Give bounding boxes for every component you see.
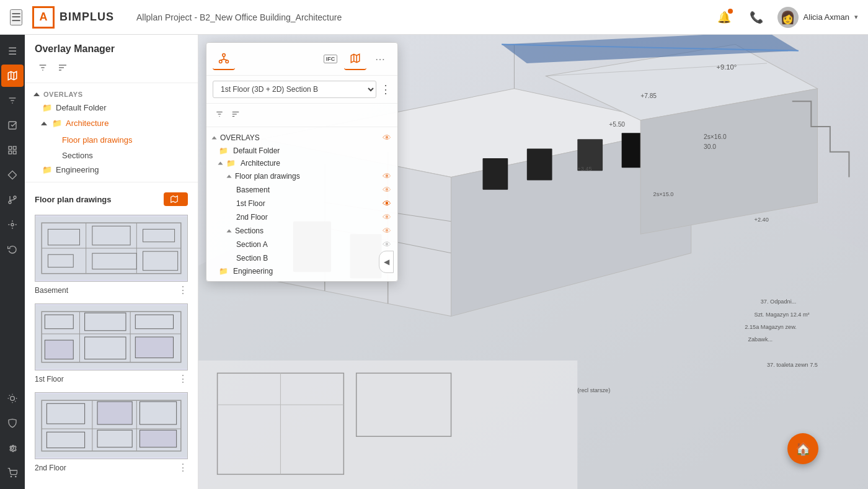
nav-layers-icon[interactable] bbox=[1, 139, 24, 161]
overlays-tree: OVERLAYS 📁 Default Folder 📁 Architecture… bbox=[25, 83, 198, 182]
nav-sun-icon[interactable] bbox=[1, 387, 24, 410]
section-a-eye-icon[interactable]: 👁 bbox=[383, 240, 391, 249]
ot-section-a-label: Section A bbox=[236, 240, 380, 249]
svg-rect-75 bbox=[527, 149, 552, 181]
nav-map-icon[interactable] bbox=[1, 65, 24, 87]
overlay-dropdown[interactable]: 1st Floor (3D + 2D) Section B bbox=[213, 81, 376, 98]
floor-plan-header: Floor plan drawings bbox=[25, 190, 198, 211]
ot-sections[interactable]: Sections 👁 bbox=[206, 224, 397, 238]
tree-default-folder[interactable]: 📁 Default Folder bbox=[25, 101, 198, 115]
nav-check-icon[interactable] bbox=[1, 114, 24, 137]
nav-cart-icon[interactable] bbox=[1, 462, 24, 484]
user-profile[interactable]: 👩 Alicia Axman ▾ bbox=[777, 7, 858, 28]
nav-branch-icon[interactable] bbox=[1, 189, 24, 211]
nav-filter-icon[interactable] bbox=[1, 89, 24, 112]
phone-icon: 📞 bbox=[750, 11, 763, 24]
ot-basement-label: Basement bbox=[236, 186, 380, 194]
first-floor-more-icon[interactable]: ⋮ bbox=[178, 373, 188, 385]
overlay-more-button[interactable]: ⋮ bbox=[380, 83, 391, 96]
left-navigation: ☰ bbox=[0, 35, 25, 489]
tree-architecture[interactable]: 📁 Architecture ⋮ bbox=[25, 115, 198, 132]
first-floor-eye-icon[interactable]: 👁 bbox=[383, 199, 391, 209]
second-floor-name: 2nd Floor ⋮ bbox=[35, 462, 188, 473]
floorplan-eye-icon[interactable]: 👁 bbox=[383, 171, 391, 181]
overlays-eye-icon[interactable]: 👁 bbox=[383, 133, 391, 143]
svg-marker-111 bbox=[351, 54, 360, 63]
ot-floor-plan-drawings[interactable]: Floor plan drawings 👁 bbox=[206, 169, 397, 183]
svg-text:+7.85: +7.85 bbox=[640, 92, 657, 99]
svg-rect-74 bbox=[482, 158, 508, 190]
user-name: Alicia Axman bbox=[804, 12, 849, 22]
svg-marker-0 bbox=[8, 71, 17, 80]
nav-tools-icon[interactable] bbox=[1, 213, 24, 236]
sidebar-filter-button[interactable] bbox=[35, 61, 51, 76]
basement-thumbnail bbox=[35, 215, 188, 282]
sidebar-header: Overlay Manager bbox=[25, 35, 198, 61]
topbar-actions: 🔔 📞 👩 Alicia Axman ▾ bbox=[713, 6, 858, 29]
svg-rect-10 bbox=[13, 151, 16, 154]
svg-rect-9 bbox=[9, 151, 12, 154]
overlay-tab-map[interactable] bbox=[344, 48, 366, 70]
overlay-tab-structure[interactable] bbox=[213, 48, 235, 70]
svg-point-23 bbox=[11, 476, 11, 477]
svg-rect-8 bbox=[13, 146, 16, 150]
architecture-subtree: Floor plan drawings ⋮ Sections bbox=[25, 132, 198, 163]
ot-first-floor[interactable]: 1st Floor 👁 bbox=[206, 197, 397, 210]
svg-text:2.15a Magazyn zew.: 2.15a Magazyn zew. bbox=[745, 324, 796, 330]
svg-line-18 bbox=[9, 395, 10, 396]
ot-basement[interactable]: Basement 👁 bbox=[206, 183, 397, 197]
collapse-button[interactable]: ◀ bbox=[379, 251, 394, 273]
ot-section-a[interactable]: Section A 👁 bbox=[206, 238, 397, 251]
tree-floor-plan-drawings[interactable]: Floor plan drawings ⋮ bbox=[35, 132, 198, 148]
basement-more-icon[interactable]: ⋮ bbox=[178, 284, 188, 296]
home-button[interactable]: 🏠 bbox=[787, 433, 818, 464]
overlay-panel-header: IFC ⋯ bbox=[206, 43, 397, 76]
ot-overlays-header[interactable]: OVERLAYS 👁 bbox=[206, 131, 397, 145]
ot-second-floor[interactable]: 2nd Floor 👁 bbox=[206, 210, 397, 224]
overlay-sort-button[interactable] bbox=[229, 107, 242, 123]
svg-point-14 bbox=[11, 223, 14, 226]
overlay-filter-button[interactable] bbox=[213, 107, 226, 123]
svg-text:+9.10°: +9.10° bbox=[716, 63, 737, 71]
ifc-icon: IFC bbox=[324, 55, 338, 63]
ot-floor-plan-label: Floor plan drawings bbox=[235, 172, 380, 181]
ot-default-folder[interactable]: 📁 Default Folder bbox=[206, 145, 397, 157]
phone-button[interactable]: 📞 bbox=[745, 6, 768, 29]
svg-point-22 bbox=[11, 447, 14, 449]
ot-section-b[interactable]: Section B 👁 bbox=[206, 251, 397, 265]
svg-text:Szt. Magazyn 12.4 m²: Szt. Magazyn 12.4 m² bbox=[755, 312, 810, 318]
second-floor-eye-icon[interactable]: 👁 bbox=[383, 212, 391, 222]
basement-eye-icon[interactable]: 👁 bbox=[383, 185, 391, 195]
ot-architecture[interactable]: 📁 Architecture bbox=[206, 157, 397, 169]
notification-button[interactable]: 🔔 bbox=[713, 6, 735, 29]
tree-engineering[interactable]: 📁 Engineering bbox=[25, 163, 198, 177]
nav-refresh-icon[interactable] bbox=[1, 238, 24, 261]
overlays-header[interactable]: OVERLAYS bbox=[25, 88, 198, 101]
second-floor-more-icon[interactable]: ⋮ bbox=[178, 462, 188, 473]
nav-model-icon[interactable] bbox=[1, 164, 24, 186]
nav-settings-icon[interactable] bbox=[1, 437, 24, 459]
sidebar-sort-button[interactable] bbox=[55, 61, 71, 76]
floor-card-second[interactable]: 2nd Floor ⋮ bbox=[25, 388, 198, 477]
overlay-toolbar bbox=[206, 104, 397, 127]
nav-shield-icon[interactable] bbox=[1, 412, 24, 434]
floor-plan-active-button[interactable] bbox=[164, 192, 188, 206]
nav-menu-icon[interactable]: ☰ bbox=[1, 40, 24, 62]
overlay-tree: OVERLAYS 👁 📁 Default Folder 📁 Architectu… bbox=[206, 127, 397, 281]
content-viewport: +9.10° +7.85 +5.50 2s×16.0 30.0 +3.45 2s… bbox=[198, 35, 868, 489]
svg-text:30.0: 30.0 bbox=[704, 143, 716, 150]
tree-sections[interactable]: Sections bbox=[35, 148, 198, 163]
ot-first-floor-label: 1st Floor bbox=[236, 199, 380, 208]
svg-text:(recl starsze): (recl starsze) bbox=[577, 387, 610, 393]
folder-icon-2: 📁 bbox=[52, 119, 62, 128]
floor-card-first[interactable]: 1st Floor ⋮ bbox=[25, 300, 198, 388]
menu-button[interactable]: ☰ bbox=[10, 9, 22, 25]
overlay-tab-ifc[interactable]: IFC bbox=[319, 48, 342, 70]
floor-card-basement[interactable]: Basement ⋮ bbox=[25, 211, 198, 300]
sidebar-title: Overlay Manager bbox=[35, 43, 188, 55]
first-floor-thumbnail bbox=[35, 303, 188, 370]
ot-engineering[interactable]: 📁 Engineering bbox=[206, 265, 397, 277]
svg-point-13 bbox=[9, 201, 11, 204]
overlay-tab-dots[interactable]: ⋯ bbox=[369, 48, 391, 70]
sections-eye-icon[interactable]: 👁 bbox=[383, 226, 391, 236]
